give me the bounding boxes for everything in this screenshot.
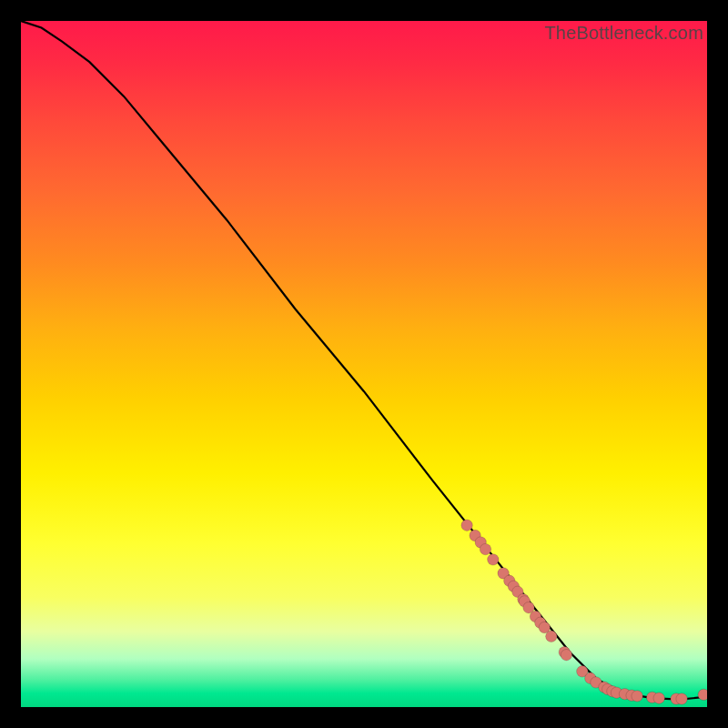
scatter-dot [546,631,557,642]
scatter-dot [698,689,707,700]
plot-area: TheBottleneck.com [21,21,707,707]
scatter-dot [561,650,571,661]
scatter-dot [653,693,664,703]
chart-overlay [21,21,707,707]
curve-line [21,21,707,700]
scatter-dot [676,693,687,704]
scatter-group [461,520,707,704]
scatter-dot [632,691,642,702]
scatter-dot [461,520,472,531]
scatter-dot [480,543,490,554]
scatter-dot [488,554,499,565]
